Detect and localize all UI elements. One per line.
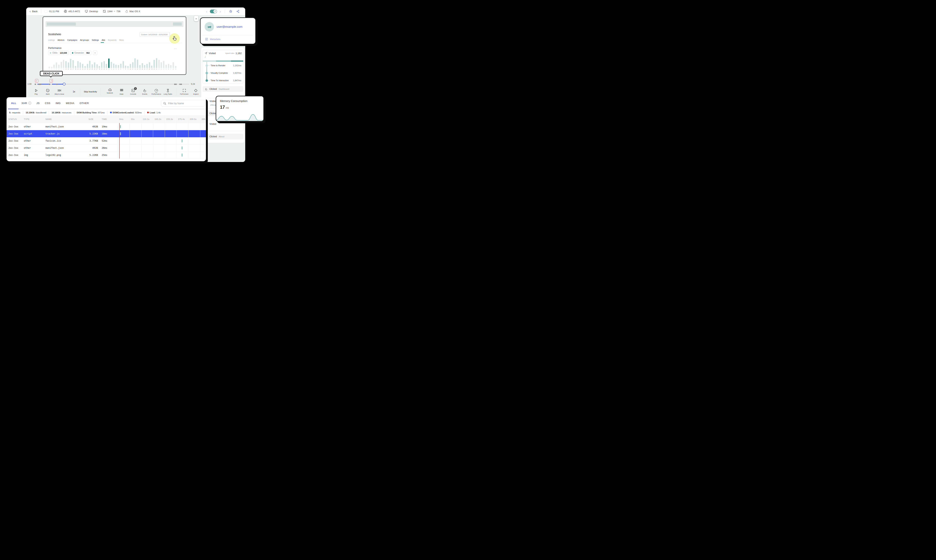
panel-performance-button[interactable]: Performance [151,88,162,95]
filter-input-wrapper [161,100,205,106]
skeleton-pill [173,22,182,26]
site-tab-settings[interactable]: Settings [92,39,99,41]
network-tab-all[interactable]: ALL [11,102,16,105]
events-icon [143,88,147,92]
panel-events-button[interactable]: Events [139,88,151,95]
network-table: STATUSTYPENAMESIZETIME0ms55s110.1s165.2s… [6,115,206,161]
user-email-link[interactable]: user@example.com [217,25,242,28]
chart-bar: 6 [120,56,122,70]
network-tab-js[interactable]: JS [37,102,40,105]
panel-network-button[interactable]: Network [104,88,116,95]
control-label: Performance [151,93,161,95]
waterfall-bar [182,146,182,149]
site-tab-advices[interactable]: Advices [58,39,65,41]
back-button[interactable]: ‹ Back [29,10,38,13]
clicked-event-row[interactable]: ClickedAbout [202,134,244,139]
network-stat: Load:1.4s [145,111,163,114]
browser-version: v91.0.4472 [68,10,80,13]
waterfall-gridline [165,115,165,158]
network-request-row[interactable]: 2xx-3xxothermanifest.json492B26ms [6,145,206,151]
session-device: Desktop [85,10,98,13]
skip-inactivity-button[interactable]: Skip Inactivity [82,91,99,93]
performance-bar-chart: 7891011121314151617181920212223242526272… [48,56,177,70]
network-request-row[interactable]: 2xx-3xxothermanifest.json492B19ms [6,123,206,130]
inspect-button[interactable]: Inspect [190,88,202,95]
playback-speed-button[interactable]: 1x [69,90,78,93]
chart-bar: 2 [110,56,113,70]
document-icon [205,38,208,41]
metric-value: 123,949 [60,52,67,54]
network-tab-other[interactable]: OTHER [80,102,89,105]
metric-chip-clicks[interactable]: Clicks123,949 [48,51,69,55]
clicked-event-row[interactable]: ClickedDashboard [202,86,244,92]
network-tab-img[interactable]: IMG [56,102,61,105]
filter-by-name-input[interactable] [168,102,203,105]
network-tab-media[interactable]: MEDIA [66,102,74,105]
os-label: Mac OS X [130,10,140,13]
load-phase-segment [203,60,216,62]
next-session-button[interactable]: › [218,9,222,13]
metadata-button[interactable]: Metadata [205,38,221,41]
add-metric-button[interactable]: + [93,51,97,55]
search-icon [163,102,166,105]
site-tab-listings[interactable]: Listings [48,39,55,41]
panel-long-tasks-button[interactable]: Long Tasks [162,88,174,95]
site-tab-more[interactable]: More [119,39,124,41]
chart-bar: 17 [146,56,148,70]
chart-bar: 26 [93,56,96,70]
skip-to-issue-button[interactable]: Skip to Issue [54,88,65,95]
memory-consumption-card: Memory Consumption 17mb [216,96,264,122]
site-tab-keywords[interactable]: Keywords [108,39,116,41]
full-screen-button[interactable]: Full Screen [178,88,190,95]
metric-label: Clicks [52,52,57,54]
network-tab-css[interactable]: CSS [45,102,50,105]
visited-card-header: Visited Speed Index 1,162 [205,52,242,55]
panel-console-button[interactable]: 3Console [127,88,139,95]
network-request-row[interactable]: 2xx-3xximglogo192.png5.22KB25ms [6,151,206,158]
chart-bar: 20 [153,56,156,70]
kebab-menu-icon[interactable]: ··· [174,47,177,50]
autoplay-toggle[interactable]: ✓ [210,9,217,13]
chart-bar: 11 [58,56,60,70]
prev-session-button[interactable]: ‹ [205,9,209,13]
date-range-select[interactable]: Custom: 14/12/2019 - 21/01/2020 ⌄ [139,32,170,37]
issue-marker-icon[interactable]: i [48,78,54,86]
panel-state-button[interactable]: State [116,88,127,95]
site-tab-campaigns[interactable]: Campaigns [67,39,77,41]
network-panel: ALLXHR?JSCSSIMGMEDIAOTHER 5:requests15.1… [6,97,206,161]
series-dot-icon [72,52,73,54]
chart-bar: 12 [60,56,63,70]
memory-sparkline [216,112,264,121]
visited-event-row[interactable]: Visited [202,121,244,131]
load-phase-bar [203,60,243,62]
controls-divider [80,88,80,95]
back-button[interactable]: 10Back [42,88,54,95]
network-tab-xhr[interactable]: XHR? [22,102,31,105]
help-icon[interactable]: ? [28,102,31,105]
favorite-star-button[interactable] [227,9,234,13]
visited-event-card[interactable]: Visited Speed Index 1,162 / Time to Rend… [202,50,244,84]
timeline-event-dot[interactable] [40,84,42,85]
network-request-row[interactable]: 2xx-3xxscripttracker.js5.22KB18ms [6,130,206,137]
timeline-event-dot[interactable] [180,84,182,85]
load-phase-segment [231,60,243,62]
metric-chip-conversion[interactable]: Conversion902 [70,51,91,55]
timeline-event-dot[interactable] [179,84,180,85]
session-locale: 01:11 PM [45,10,59,13]
timeline-event-dot[interactable] [176,84,177,85]
control-label: Full Screen [180,93,188,95]
share-button[interactable] [234,10,242,13]
chart-bar: 19 [77,56,79,70]
timeline-event-dot[interactable] [56,84,57,85]
site-tab-ad-groups[interactable]: Ad groups [80,39,89,41]
issue-marker-icon[interactable]: i [34,78,40,86]
site-tab-ads[interactable]: Ads [102,39,105,41]
network-request-row[interactable]: 2xx-3xxotherfavicon.ico3.77KB52ms [6,137,206,145]
timeline-handle[interactable] [63,83,66,86]
timeline-track[interactable]: ii [35,84,189,85]
load-marker-line [119,123,120,158]
metric-value: 902 [86,52,89,54]
collapse-panel-button[interactable]: » [194,16,199,22]
cursor-pointer-icon [172,36,177,42]
play-button[interactable]: Play [30,88,42,95]
